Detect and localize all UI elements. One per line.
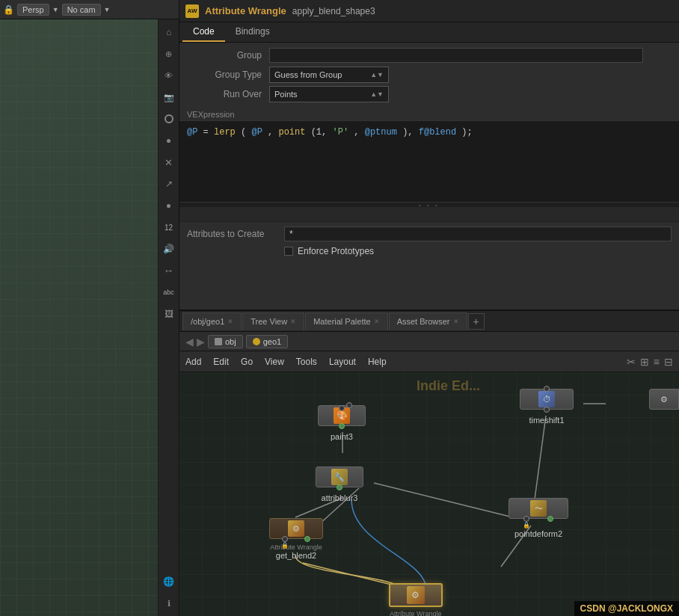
node-get-blend2-label: get_blend2 <box>276 551 316 560</box>
close-tree-view-icon[interactable]: ✕ <box>290 318 296 325</box>
group-input[interactable] <box>269 48 643 63</box>
transform-icon[interactable]: ⊕ <box>159 44 179 64</box>
num-icon[interactable]: 12 <box>159 218 179 237</box>
chevron-persp-icon[interactable]: ▼ <box>52 6 59 13</box>
aw-icon: AW <box>185 4 199 18</box>
ng-canvas[interactable]: Indie Ed... <box>179 372 679 616</box>
aw-header: AW Attribute Wrangle apply_blend_shape3 <box>179 0 679 22</box>
vex-paren3: ), <box>402 127 419 138</box>
vex-paren1: ( <box>241 127 246 138</box>
ng-tool-table[interactable]: ⊟ <box>664 356 673 368</box>
csdn-watermark: CSDN @JACKLONGX <box>574 601 679 616</box>
vex-point: point <box>278 127 305 138</box>
node-timeshift1[interactable]: ⏱ timeshift1 <box>520 389 574 425</box>
abc-label: abc <box>159 283 179 302</box>
forward-button[interactable]: ▶ <box>197 336 205 348</box>
vex-fblend: f@blend <box>419 127 456 138</box>
ng-menu-view[interactable]: View <box>265 357 284 367</box>
aw-title: Attribute Wrangle <box>205 5 286 16</box>
vex-comma2: , <box>354 127 364 138</box>
tab-obj-geo1[interactable]: /obj/geo1 ✕ <box>182 312 242 330</box>
chevron-cam-icon[interactable]: ▼ <box>104 6 111 13</box>
node-get-blend2[interactable]: ⚙ 🔒 Attribute Wrangle get_blend2 <box>269 518 323 560</box>
tab-asset-browser[interactable]: Asset Browser ✕ <box>389 312 467 330</box>
tab-code[interactable]: Code <box>182 22 225 42</box>
node-attribblur3[interactable]: 🔧 attribblur3 <box>316 466 363 502</box>
node-partial-right: ⚙ <box>649 389 679 410</box>
close-obj-geo1-icon[interactable]: ✕ <box>227 318 233 325</box>
run-over-dropdown[interactable]: Points ▲▼ <box>269 86 389 102</box>
info-icon[interactable]: ℹ <box>159 594 179 613</box>
persp-button[interactable]: Persp <box>17 4 49 16</box>
vex-at-p: @P <box>187 127 197 138</box>
run-over-label: Run Over <box>187 89 269 99</box>
node-pointdeform2-label: pointdeform2 <box>514 529 562 538</box>
node-apply-blend-shape3[interactable]: ⚙ Attribute Wrangle apply_blend_shape3 <box>378 583 454 616</box>
viewport-canvas <box>0 19 179 616</box>
vex-comma1: , <box>268 127 278 138</box>
bottom-panel: /obj/geo1 ✕ Tree View ✕ Material Palette… <box>179 309 679 616</box>
ng-menu-help[interactable]: Help <box>368 357 387 367</box>
camera-icon[interactable]: 📷 <box>159 87 179 107</box>
ng-menu-edit[interactable]: Edit <box>213 357 229 367</box>
dropdown-arrow-grouptype: ▲▼ <box>370 71 384 78</box>
connection-wires <box>179 372 679 616</box>
vex-paren2: (1, <box>311 127 333 138</box>
tab-tree-view[interactable]: Tree View ✕ <box>242 312 304 330</box>
add-tab-button[interactable]: + <box>468 313 485 330</box>
node-paint3[interactable]: 🎨 paint3 <box>318 405 366 441</box>
cam-button[interactable]: No cam <box>62 4 101 16</box>
viewport-toolbar: 🔒 Persp ▼ No cam ▼ <box>0 0 179 19</box>
dropdown-arrow-runover: ▲▼ <box>370 90 384 98</box>
select-icon[interactable]: ↗ <box>159 174 179 194</box>
bottom-tabs-bar: /obj/geo1 ✕ Tree View ✕ Material Palette… <box>179 311 679 332</box>
ng-menu-add[interactable]: Add <box>185 357 201 367</box>
svg-line-5 <box>374 483 516 518</box>
attrs-create-input[interactable]: * <box>284 227 672 241</box>
eye-icon[interactable]: 👁 <box>159 66 179 85</box>
ng-tool-scissors[interactable]: ✂ <box>627 356 636 368</box>
group-label: Group <box>187 50 269 61</box>
dot-icon2 <box>159 196 179 215</box>
run-over-row: Run Over Points ▲▼ <box>179 84 679 104</box>
ng-menu-layout[interactable]: Layout <box>329 357 356 367</box>
close-material-palette-icon[interactable]: ✕ <box>374 318 380 325</box>
ng-menu-tools[interactable]: Tools <box>296 357 317 367</box>
cross-icon[interactable]: ✕ <box>159 153 179 172</box>
home-icon[interactable]: ⌂ <box>159 22 179 42</box>
vex-section-label: VEXpression <box>179 107 679 120</box>
ng-menu-go[interactable]: Go <box>241 357 253 367</box>
globe-icon[interactable]: 🌐 <box>159 572 179 591</box>
speaker-icon[interactable]: 🔊 <box>159 239 179 259</box>
vex-lerp: lerp <box>214 127 236 138</box>
ng-tool-grid[interactable]: ⊞ <box>640 356 649 368</box>
enforce-checkbox[interactable] <box>284 247 293 256</box>
breadcrumb-bar: ◀ ▶ obj geo1 <box>179 332 679 351</box>
lock-icon[interactable]: 🔒 <box>3 4 14 15</box>
attrs-section: Attributes to Create * Enforce Prototype… <box>179 222 679 262</box>
tab-material-palette[interactable]: Material Palette ✕ <box>305 312 387 330</box>
tab-bindings[interactable]: Bindings <box>225 22 280 42</box>
arrow-icon[interactable]: ↔ <box>159 261 179 280</box>
svg-line-4 <box>535 416 546 499</box>
vex-editor[interactable]: @P = lerp ( @P , point (1, 'P' , @ptnum … <box>179 120 679 203</box>
indie-watermark: Indie Ed... <box>417 378 480 394</box>
circle-icon[interactable] <box>159 109 179 129</box>
left-sidebar: 🔒 Persp ▼ No cam ▼ ⌂ ⊕ 👁 📷 ✕ ↗ <box>0 0 179 616</box>
enforce-label: Enforce Prototypes <box>298 246 374 256</box>
params-area: Group Group Type Guess from Group ▲▼ Run… <box>179 43 679 107</box>
node-pointdeform2[interactable]: 〜 🔒 pointdeform2 <box>509 498 568 538</box>
image-icon[interactable]: 🖼 <box>159 304 179 324</box>
vex-end: ); <box>461 127 472 138</box>
second-area <box>179 207 679 222</box>
ng-tool-list[interactable]: ≡ <box>654 356 660 368</box>
attrs-create-label: Attributes to Create <box>187 229 284 239</box>
close-asset-browser-icon[interactable]: ✕ <box>453 318 459 325</box>
attrs-create-row: Attributes to Create * <box>187 227 672 241</box>
breadcrumb-geo1[interactable]: geo1 <box>246 335 288 348</box>
aw-node-name: apply_blend_shape3 <box>292 6 375 16</box>
group-type-dropdown[interactable]: Guess from Group ▲▼ <box>269 67 389 83</box>
back-button[interactable]: ◀ <box>185 336 194 348</box>
breadcrumb-obj[interactable]: obj <box>208 335 243 348</box>
vex-atp1: @P <box>251 127 262 138</box>
